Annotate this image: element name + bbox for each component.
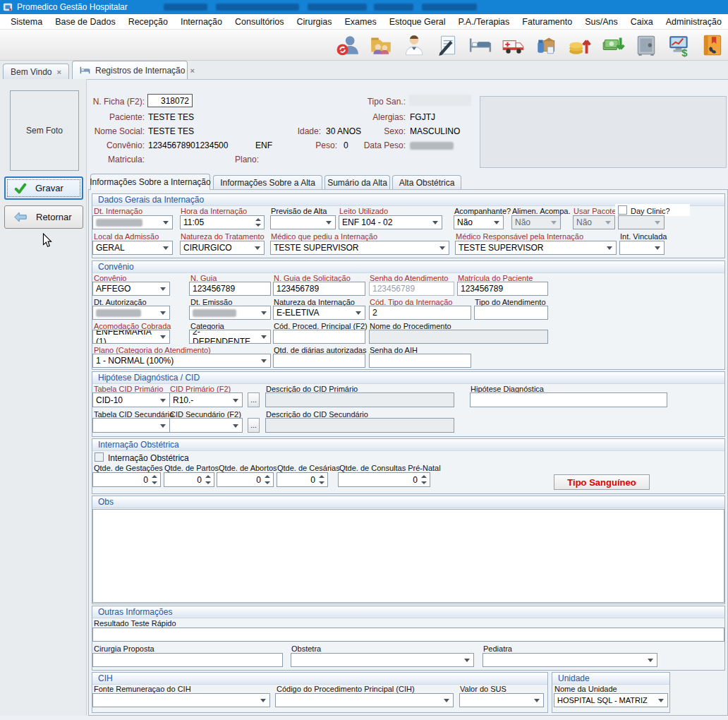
hora-internacao-spinner[interactable]: 11:05	[180, 215, 265, 229]
resultado-teste-input[interactable]	[92, 628, 724, 642]
hipotese-diagnostica-input[interactable]	[470, 392, 667, 407]
obstetrica-checkbox[interactable]	[95, 452, 104, 462]
abortos-spinner[interactable]: 0	[217, 472, 274, 487]
menu-caixa[interactable]: Caixa	[624, 16, 660, 28]
dt-internacao-combo[interactable]	[92, 215, 173, 229]
chevron-down-icon	[534, 699, 540, 702]
hospital-bed-icon[interactable]	[468, 33, 492, 57]
senha-aih-input[interactable]	[369, 354, 471, 368]
user-sync-icon[interactable]	[336, 33, 360, 57]
acomodacao-combo[interactable]: ENFERMARIA (1)	[92, 330, 170, 344]
obs-textarea[interactable]	[92, 509, 724, 603]
menu-faturamento[interactable]: Faturamento	[516, 16, 578, 28]
convenio-header-value: 12345678901234500	[148, 140, 228, 150]
day-clinic-checkbox[interactable]	[618, 205, 627, 215]
cesarias-spinner[interactable]: 0	[277, 472, 328, 487]
money-out-icon[interactable]	[601, 33, 625, 57]
close-icon[interactable]: ×	[56, 68, 61, 76]
gestacoes-spinner[interactable]: 0	[92, 472, 161, 487]
form-tab-alta-obstetrica[interactable]: Alta Obstétrica	[392, 175, 461, 190]
cod-proc-input[interactable]	[273, 330, 365, 344]
valor-sus-combo[interactable]	[459, 693, 544, 707]
patients-folder-icon[interactable]	[369, 33, 393, 57]
menu-base-de-dados[interactable]: Base de Dados	[49, 16, 121, 28]
codigo-procedimento-cih-combo[interactable]	[275, 693, 454, 707]
tabela-cid-secundario-combo[interactable]	[92, 418, 170, 433]
tabela-cid-primario-combo[interactable]: CID-10	[92, 392, 170, 407]
natureza-internacao-combo[interactable]: E-ELETIVA	[273, 306, 365, 320]
obstetra-combo[interactable]	[291, 653, 474, 667]
leito-combo[interactable]: ENF 104 - 02	[339, 215, 442, 229]
menu-sistema[interactable]: Sistema	[4, 16, 49, 28]
menu-administracao[interactable]: Administração	[660, 16, 728, 28]
qtd-diarias-input[interactable]	[273, 354, 365, 368]
n-guia-input[interactable]: 123456789	[189, 282, 271, 296]
menu-cirurgias[interactable]: Cirurgias	[291, 16, 339, 28]
consultas-prenatal-spinner[interactable]: 0	[338, 472, 430, 487]
document-sign-icon[interactable]	[435, 33, 459, 57]
bi-dashboard-icon[interactable]: $	[667, 33, 691, 57]
spinner-buttons-icon[interactable]	[317, 475, 325, 484]
form-tab-informacoes-alta[interactable]: Informações Sobre a Alta	[213, 175, 322, 190]
money-in-icon[interactable]	[568, 33, 592, 57]
medico-responsavel-combo[interactable]: TESTE SUPERVISOR	[455, 241, 617, 255]
pharmacy-supplies-icon[interactable]	[535, 33, 559, 57]
fonte-remuneracao-combo[interactable]	[92, 693, 270, 707]
spinner-buttons-icon[interactable]	[420, 475, 427, 484]
local-admissao-combo[interactable]: GERAL	[92, 241, 173, 255]
menu-recepcao[interactable]: Recepção	[122, 16, 174, 28]
natureza-tratamento-combo[interactable]: CIRURGICO	[180, 241, 265, 255]
ambulance-icon[interactable]	[502, 33, 526, 57]
spinner-buttons-icon[interactable]	[254, 218, 262, 227]
tipo-san-value-box	[409, 95, 471, 106]
spinner-buttons-icon[interactable]	[150, 475, 158, 484]
tab-bem-vindo[interactable]: Bem Vindo ×	[3, 64, 69, 79]
previsao-alta-combo[interactable]	[270, 215, 336, 229]
consultas-prenatal-label: Qtde. de Consultas Pré-Natal	[339, 464, 441, 472]
categoria-combo[interactable]: 2-DEPENDENTE	[189, 330, 271, 344]
save-button[interactable]: Gravar	[4, 176, 83, 200]
cid-secundario-browse-button[interactable]: ...	[248, 418, 260, 433]
spinner-buttons-icon[interactable]	[263, 475, 271, 484]
n-guia-sol-input[interactable]: 123456789	[273, 282, 365, 296]
phone-directory-icon[interactable]	[700, 33, 724, 57]
doctor-icon[interactable]	[402, 33, 426, 57]
menu-internacao[interactable]: Internação	[174, 16, 229, 28]
form-tab-informacoes-internacao[interactable]: Informações Sobre a Internação	[90, 174, 210, 190]
convenio-combo[interactable]: AFFEGO	[92, 282, 170, 296]
int-vinculada-combo[interactable]	[619, 241, 665, 255]
cid-primario-combo[interactable]: R10.-	[169, 392, 243, 407]
nome-unidade-combo[interactable]: HOSPITAL SQL - MATRIZ	[554, 693, 668, 707]
cid-secundario-combo[interactable]	[169, 418, 243, 433]
cid-primario-browse-button[interactable]: ...	[248, 392, 260, 407]
medico-pediu-combo[interactable]: TESTE SUPERVISOR	[270, 241, 449, 255]
safe-icon[interactable]	[634, 33, 658, 57]
pediatra-combo[interactable]	[483, 653, 657, 667]
return-button[interactable]: Retornar	[4, 205, 83, 229]
menu-exames[interactable]: Exames	[339, 16, 383, 28]
acompanhante-combo[interactable]: Não	[454, 215, 504, 229]
cirurgia-proposta-input[interactable]	[92, 653, 283, 667]
partos-spinner[interactable]: 0	[164, 472, 214, 487]
ficha-input[interactable]: 318072	[147, 94, 193, 107]
tipo-sanguineo-button[interactable]: Tipo Sanguíneo	[554, 474, 650, 490]
tab-registros-internacao[interactable]: Registros de Internação ×	[72, 61, 188, 79]
menu-consultorios[interactable]: Consultórios	[229, 16, 290, 28]
tipo-atendimento-input[interactable]	[474, 306, 548, 320]
redacted-date	[96, 219, 142, 227]
form-tab-sumario-alta[interactable]: Sumário da Alta	[324, 175, 390, 190]
dt-autorizacao-combo[interactable]	[92, 306, 170, 320]
obstetra-label: Obstetra	[291, 644, 321, 653]
plano-categoria-combo[interactable]: 1 - NORMAL (100%)	[92, 354, 271, 368]
menu-pa-terapias[interactable]: P.A./Terapias	[452, 16, 516, 28]
matricula-paciente-input[interactable]: 123456789	[457, 282, 548, 296]
peso-label: Peso:	[303, 140, 337, 150]
menu-estoque-geral[interactable]: Estoque Geral	[383, 16, 452, 28]
chevron-down-icon	[260, 699, 266, 702]
dt-emissao-combo[interactable]	[189, 306, 271, 320]
cod-tipo-internacao-input[interactable]: 2	[369, 306, 471, 320]
close-icon[interactable]: ×	[190, 66, 194, 75]
spinner-buttons-icon[interactable]	[204, 475, 212, 484]
partos-label: Qtde. de Partos	[164, 464, 219, 472]
menu-sus-ans[interactable]: Sus/Ans	[578, 16, 624, 28]
